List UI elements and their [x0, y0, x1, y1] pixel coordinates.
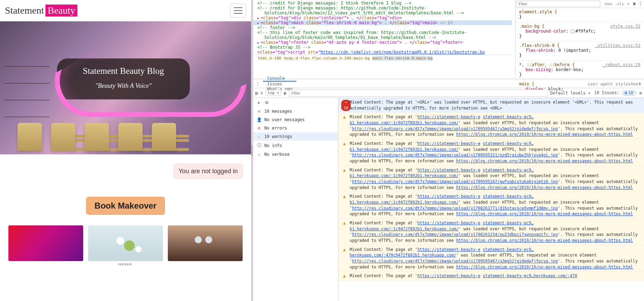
breadcrumb-item[interactable]: body.d-flex.flex-column.h-100.main-bg	[284, 56, 370, 61]
hero-subtitle: "Beauty With A Voice"	[67, 82, 180, 90]
console-messages[interactable]: ▾ 10Mixed Content: The page at '<URL>' w…	[338, 98, 644, 301]
hamburger-icon	[234, 7, 242, 14]
breadcrumb-item[interactable]: html.h-100	[258, 56, 281, 61]
login-status-badge: You are not logged in	[173, 163, 243, 179]
square-icon[interactable]: ▣	[633, 1, 636, 7]
context-select[interactable]: top ▾	[266, 90, 281, 96]
post-card-2[interactable]	[88, 225, 163, 261]
styles-panel[interactable]: :hov .cls ＋ ▣ ⋮ element.style {}style.cs…	[515, 0, 644, 79]
drawer-close-icon[interactable]: ✕	[636, 81, 644, 86]
drawer-menu-icon[interactable]: ⋮	[253, 81, 263, 86]
console-sidebar[interactable]: ▸≡≡10 messages👤No user messages⊘No error…	[253, 98, 338, 301]
elements-breadcrumbs[interactable]: html.h-100body.d-flex.flex-column.h-100.…	[253, 55, 512, 62]
styles-filter-input[interactable]	[516, 1, 600, 7]
sidebar-item[interactable]: ⓘNo info	[253, 141, 338, 150]
console-warning-message[interactable]: ▲Mixed Content: The page at 'https://sta…	[338, 113, 644, 139]
sidebar-item[interactable]: 👤No user messages	[253, 115, 338, 124]
console-message-group-header[interactable]: ▾ 10Mixed Content: The page at '<URL>' w…	[338, 98, 644, 113]
hero-title: Statement Beauty Blog	[67, 66, 180, 76]
console-warning-message[interactable]: ▲Mixed Content: The page at 'https://sta…	[338, 139, 644, 166]
console-warning-message[interactable]: ▲Mixed Content: The page at 'https://sta…	[338, 219, 644, 245]
breadcrumb-item[interactable]: main.flex-shrink-0.main-bg	[372, 56, 432, 61]
brand-word-2: Beauty	[45, 5, 77, 17]
console-warning-message[interactable]: ▲Mixed Content: The page at 'https://sta…	[338, 245, 644, 272]
console-toolbar: ▥ ⊘ top ▾ ◉ Default levels ▾ 10 Issues: …	[253, 88, 644, 98]
rendered-page: Statement Beauty Statement Beauty Blog "…	[0, 0, 251, 301]
sidebar-item[interactable]: ⟐No verbose	[253, 150, 338, 159]
book-makeover-button[interactable]: Book Makeover	[86, 197, 165, 215]
console-warning-message[interactable]: ▲Mixed Content: The page at 'https://sta…	[338, 166, 644, 192]
post-card-3[interactable]	[168, 225, 243, 261]
sidebar-item[interactable]: ⚠10 warnings	[253, 132, 338, 141]
console-warning-message[interactable]: ▲Mixed Content: The page at 'https://sta…	[338, 272, 644, 281]
brand-logo[interactable]: Statement Beauty	[5, 5, 77, 17]
pane-resize-handle[interactable]	[251, 0, 253, 301]
hero-card: Statement Beauty Blog "Beauty With A Voi…	[57, 58, 190, 99]
sidebar-item[interactable]: ⊘No errors	[253, 124, 338, 132]
drawer-tab-console[interactable]: Console	[263, 76, 296, 82]
drawer-tabs: ⋮ ConsoleIssuesWhat's new ✕	[253, 79, 644, 88]
expand-icon[interactable]: ▸	[257, 100, 262, 105]
brand-word-1: Statement	[5, 5, 44, 16]
log-level-select[interactable]: Default levels ▾	[550, 91, 591, 96]
hero-image: Statement Beauty Blog "Beauty With A Voi…	[0, 21, 251, 154]
elements-panel[interactable]: <!-- credit for Django messages: I think…	[253, 0, 515, 79]
post-cards	[0, 225, 251, 261]
sidebar-item[interactable]: ≡10 messages	[253, 107, 338, 115]
navbar: Statement Beauty	[0, 0, 251, 21]
resize-handle-bottom[interactable]	[119, 263, 133, 265]
live-expression-icon[interactable]: ◉	[284, 91, 286, 96]
more-icon[interactable]: ⋮	[638, 1, 643, 7]
console-settings-icon[interactable]: ⚙	[639, 91, 642, 96]
sidebar-toggle-icon[interactable]: ▥	[255, 91, 258, 96]
styles-hov-cls-hint[interactable]: :hov .cls	[601, 2, 626, 6]
console-warning-message[interactable]: ▲Mixed Content: The page at 'https://sta…	[338, 192, 644, 219]
issues-label[interactable]: 10 Issues: ▤10	[594, 90, 636, 96]
plus-icon[interactable]: ＋	[626, 1, 630, 7]
console-filter-input[interactable]	[289, 90, 548, 97]
clear-console-icon[interactable]: ⊘	[260, 91, 263, 96]
post-card-1[interactable]	[8, 225, 83, 261]
nav-toggle-button[interactable]	[230, 4, 246, 18]
devtools: <!-- credit for Django messages: I think…	[253, 0, 644, 301]
drawer-tab-issues[interactable]: Issues	[263, 82, 296, 86]
